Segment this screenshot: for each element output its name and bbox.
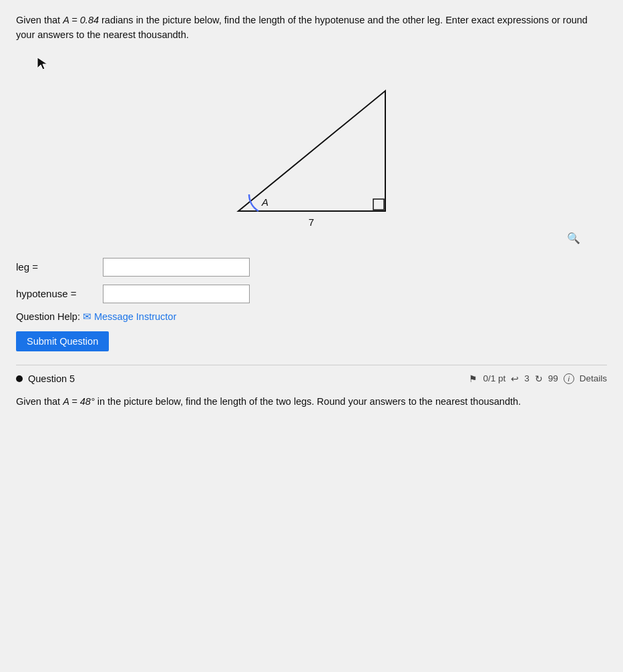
info-icon: i bbox=[564, 373, 574, 384]
question-help-row: Question Help: ✉ Message Instructor bbox=[16, 311, 607, 322]
hypotenuse-row: hypotenuse = bbox=[16, 285, 607, 303]
inputs-area: leg = hypotenuse = bbox=[16, 258, 607, 303]
bullet-dot bbox=[16, 375, 23, 382]
message-instructor-label: Message Instructor bbox=[94, 311, 176, 322]
cursor-arrow bbox=[36, 56, 49, 73]
svg-rect-2 bbox=[373, 199, 384, 210]
tries-icon: ↩ bbox=[511, 373, 519, 384]
question4-text: Given that A = 0.84 radians in the pictu… bbox=[16, 13, 607, 43]
points-label: 0/1 pt bbox=[483, 373, 505, 383]
question4-a-value: A = 0.84 bbox=[63, 15, 99, 25]
leg-row: leg = bbox=[16, 258, 607, 277]
flag-icon: ⚑ bbox=[469, 373, 477, 384]
message-instructor-link[interactable]: ✉ Message Instructor bbox=[83, 311, 176, 322]
details-label[interactable]: Details bbox=[580, 373, 607, 383]
question5-text: Given that A = 48° in the picture below,… bbox=[16, 395, 607, 409]
question5-text-part1: Given that bbox=[16, 396, 63, 407]
question4-text-part1: Given that bbox=[16, 15, 63, 25]
diagram-area: A 7 🔍 bbox=[16, 51, 607, 251]
leg-input[interactable] bbox=[103, 258, 250, 277]
svg-marker-1 bbox=[238, 91, 385, 211]
question5-block: Given that A = 48° in the picture below,… bbox=[0, 389, 623, 423]
question5-meta: ⚑ 0/1 pt ↩ 3 ↻ 99 i Details bbox=[469, 373, 607, 384]
svg-text:A: A bbox=[261, 196, 268, 208]
search-icon: 🔍 bbox=[567, 232, 580, 244]
mail-icon: ✉ bbox=[83, 311, 91, 322]
page-container: Given that A = 0.84 radians in the pictu… bbox=[0, 0, 623, 422]
question5-text-part2: in the picture below, find the length of… bbox=[95, 396, 521, 407]
triangle-diagram: A 7 bbox=[185, 51, 439, 251]
tries-value: 3 bbox=[524, 373, 530, 383]
question-help-label: Question Help: bbox=[16, 311, 80, 322]
question5-label: Question 5 bbox=[16, 373, 75, 384]
question5-title: Question 5 bbox=[28, 373, 75, 384]
hypotenuse-label: hypotenuse = bbox=[16, 288, 103, 299]
refresh-value: 99 bbox=[548, 373, 558, 383]
svg-marker-0 bbox=[37, 57, 47, 69]
question4-block: Given that A = 0.84 radians in the pictu… bbox=[0, 0, 623, 365]
submit-question-button[interactable]: Submit Question bbox=[16, 331, 109, 351]
hypotenuse-input[interactable] bbox=[103, 285, 250, 303]
refresh-icon: ↻ bbox=[535, 373, 543, 384]
question4-text-part2: radians in the picture below, find the l… bbox=[16, 15, 588, 40]
question5-header-row: Question 5 ⚑ 0/1 pt ↩ 3 ↻ 99 i Details bbox=[0, 365, 623, 389]
leg-label: leg = bbox=[16, 261, 103, 273]
svg-text:7: 7 bbox=[308, 216, 314, 228]
question5-a-value: A = 48° bbox=[63, 396, 95, 407]
